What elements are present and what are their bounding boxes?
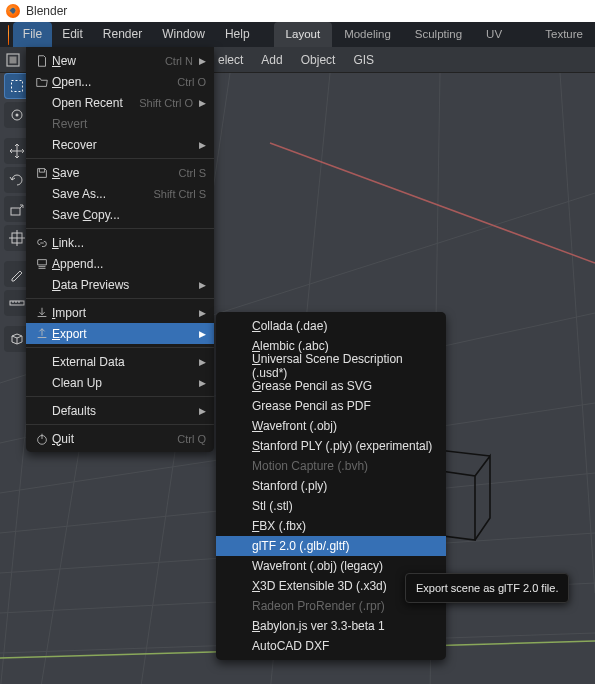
export-gltf-2-0-glb-gltf-[interactable]: glTF 2.0 (.glb/.gltf) <box>216 536 446 556</box>
chevron-right-icon: ▶ <box>199 280 206 290</box>
menu-label: Append... <box>52 257 206 271</box>
menu-render[interactable]: Render <box>93 22 152 47</box>
chevron-right-icon: ▶ <box>199 98 206 108</box>
file-menu-external-data[interactable]: External Data▶ <box>26 351 214 372</box>
save-icon <box>32 166 52 180</box>
submenu-label: Grease Pencil as SVG <box>252 379 372 393</box>
file-menu-quit[interactable]: QuitCtrl Q <box>26 428 214 449</box>
chevron-right-icon: ▶ <box>199 140 206 150</box>
export-babylon-js-ver-3-3-beta-1[interactable]: Babylon.js ver 3.3-beta 1 <box>216 616 446 636</box>
export-autocad-dxf[interactable]: AutoCAD DXF <box>216 636 446 656</box>
shortcut: Ctrl O <box>177 76 206 88</box>
menu-label: Save As... <box>52 187 143 201</box>
menu-label: Save <box>52 166 169 180</box>
shortcut: Ctrl N <box>165 55 193 67</box>
menu-label: Revert <box>52 117 206 131</box>
shortcut: Shift Ctrl S <box>153 188 206 200</box>
app-frame: FileEditRenderWindowHelp LayoutModelingS… <box>0 22 595 684</box>
mode-icon[interactable] <box>4 51 22 69</box>
menu-edit[interactable]: Edit <box>52 22 93 47</box>
svg-rect-22 <box>10 301 24 305</box>
workspace-tab-sculpting[interactable]: Sculpting <box>403 22 474 47</box>
menu-label: External Data <box>52 355 193 369</box>
menu-label: Open Recent <box>52 96 129 110</box>
menu-label: Import <box>52 306 193 320</box>
menu-label: Recover <box>52 138 193 152</box>
workspace-tab-layout[interactable]: Layout <box>274 22 333 47</box>
blender-icon <box>6 4 20 18</box>
tooltip-text: Export scene as glTF 2.0 file. <box>416 582 558 594</box>
export-stanford-ply-[interactable]: Stanford (.ply) <box>216 476 446 496</box>
shortcut: Ctrl S <box>179 167 207 179</box>
submenu-label: Babylon.js ver 3.3-beta 1 <box>252 619 385 633</box>
file-menu-link-[interactable]: Link... <box>26 232 214 253</box>
menu-help[interactable]: Help <box>215 22 260 47</box>
file-menu: NewCtrl N▶Open...Ctrl OOpen RecentShift … <box>26 47 214 452</box>
svg-line-14 <box>560 73 595 593</box>
file-menu-import[interactable]: Import▶ <box>26 302 214 323</box>
submenu-label: Wavefront (.obj) (legacy) <box>252 559 383 573</box>
export-stl-stl-[interactable]: Stl (.stl) <box>216 496 446 516</box>
export-stanford-ply-ply-experimental-[interactable]: Stanford PLY (.ply) (experimental) <box>216 436 446 456</box>
menu-label: Defaults <box>52 404 193 418</box>
file-menu-revert: Revert <box>26 113 214 134</box>
chevron-right-icon: ▶ <box>199 329 206 339</box>
export-universal-scene-description-usd-[interactable]: Universal Scene Description (.usd*) <box>216 356 446 376</box>
file-menu-save[interactable]: SaveCtrl S <box>26 162 214 183</box>
file-menu-export[interactable]: Export▶ <box>26 323 214 344</box>
submenu-label: Wavefront (.obj) <box>252 419 337 433</box>
workspace-tab-modeling[interactable]: Modeling <box>332 22 403 47</box>
menubar: FileEditRenderWindowHelp LayoutModelingS… <box>0 22 595 47</box>
submenu-label: FBX (.fbx) <box>252 519 306 533</box>
submenu-label: glTF 2.0 (.glb/.gltf) <box>252 539 349 553</box>
submenu-label: X3D Extensible 3D (.x3d) <box>252 579 387 593</box>
file-menu-append-[interactable]: Append... <box>26 253 214 274</box>
blender-logo-icon[interactable] <box>8 25 9 45</box>
chevron-right-icon: ▶ <box>199 406 206 416</box>
workspace-tabs: LayoutModelingSculptingUV EditingTexture… <box>274 22 595 47</box>
export-motion-capture-bvh-: Motion Capture (.bvh) <box>216 456 446 476</box>
file-menu-defaults[interactable]: Defaults▶ <box>26 400 214 421</box>
file-menu-open-[interactable]: Open...Ctrl O <box>26 71 214 92</box>
workspace-tab-uv-editing[interactable]: UV Editing <box>474 22 533 47</box>
header-menu-gis[interactable]: GIS <box>353 53 374 67</box>
header-menu-elect[interactable]: elect <box>218 53 243 67</box>
menu-label: Quit <box>52 432 167 446</box>
menu-label: Export <box>52 327 193 341</box>
file-menu-data-previews[interactable]: Data Previews▶ <box>26 274 214 295</box>
submenu-label: Collada (.dae) <box>252 319 327 333</box>
menu-file[interactable]: File <box>13 22 52 47</box>
file-menu-recover[interactable]: Recover▶ <box>26 134 214 155</box>
menu-label: Data Previews <box>52 278 193 292</box>
export-submenu: Collada (.dae)Alembic (.abc)Universal Sc… <box>216 312 446 660</box>
file-menu-save-copy-[interactable]: Save Copy... <box>26 204 214 225</box>
export-wavefront-obj-[interactable]: Wavefront (.obj) <box>216 416 446 436</box>
header-menu-object[interactable]: Object <box>301 53 336 67</box>
chevron-right-icon: ▶ <box>199 308 206 318</box>
export-grease-pencil-as-pdf[interactable]: Grease Pencil as PDF <box>216 396 446 416</box>
submenu-label: Universal Scene Description (.usd*) <box>252 352 434 380</box>
menu-window[interactable]: Window <box>152 22 215 47</box>
submenu-label: Motion Capture (.bvh) <box>252 459 368 473</box>
submenu-label: AutoCAD DXF <box>252 639 329 653</box>
chevron-right-icon: ▶ <box>199 357 206 367</box>
submenu-label: Alembic (.abc) <box>252 339 329 353</box>
menu-label: Clean Up <box>52 376 193 390</box>
file-menu-save-as-[interactable]: Save As...Shift Ctrl S <box>26 183 214 204</box>
export-fbx-fbx-[interactable]: FBX (.fbx) <box>216 516 446 536</box>
file-menu-open-recent[interactable]: Open RecentShift Ctrl O▶ <box>26 92 214 113</box>
svg-rect-18 <box>11 208 20 215</box>
file-menu-new[interactable]: NewCtrl N▶ <box>26 50 214 71</box>
submenu-label: Stanford (.ply) <box>252 479 327 493</box>
export-collada-dae-[interactable]: Collada (.dae) <box>216 316 446 336</box>
file-menu-clean-up[interactable]: Clean Up▶ <box>26 372 214 393</box>
shortcut: Shift Ctrl O <box>139 97 193 109</box>
window-title: Blender <box>26 4 67 18</box>
folder-open-icon <box>32 75 52 89</box>
power-icon <box>32 432 52 446</box>
header-menu-add[interactable]: Add <box>261 53 282 67</box>
window-titlebar: Blender <box>0 0 595 22</box>
export-icon <box>32 327 52 341</box>
workspace-tab-texture-paint[interactable]: Texture Paint <box>533 22 595 47</box>
submenu-label: Grease Pencil as PDF <box>252 399 371 413</box>
